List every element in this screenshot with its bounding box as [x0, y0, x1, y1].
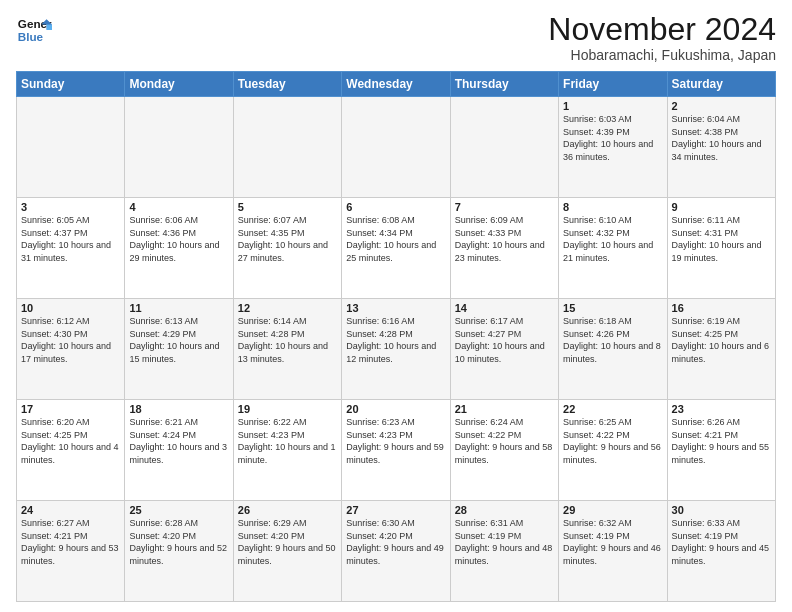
day-cell: 12Sunrise: 6:14 AM Sunset: 4:28 PM Dayli… — [233, 299, 341, 400]
day-info: Sunrise: 6:21 AM Sunset: 4:24 PM Dayligh… — [129, 416, 228, 466]
day-cell: 2Sunrise: 6:04 AM Sunset: 4:38 PM Daylig… — [667, 97, 775, 198]
day-number: 1 — [563, 100, 662, 112]
day-info: Sunrise: 6:32 AM Sunset: 4:19 PM Dayligh… — [563, 517, 662, 567]
day-info: Sunrise: 6:14 AM Sunset: 4:28 PM Dayligh… — [238, 315, 337, 365]
day-cell: 26Sunrise: 6:29 AM Sunset: 4:20 PM Dayli… — [233, 501, 341, 602]
col-header-wednesday: Wednesday — [342, 72, 450, 97]
day-cell: 6Sunrise: 6:08 AM Sunset: 4:34 PM Daylig… — [342, 198, 450, 299]
day-cell: 22Sunrise: 6:25 AM Sunset: 4:22 PM Dayli… — [559, 400, 667, 501]
col-header-thursday: Thursday — [450, 72, 558, 97]
col-header-saturday: Saturday — [667, 72, 775, 97]
day-info: Sunrise: 6:09 AM Sunset: 4:33 PM Dayligh… — [455, 214, 554, 264]
day-info: Sunrise: 6:24 AM Sunset: 4:22 PM Dayligh… — [455, 416, 554, 466]
day-number: 6 — [346, 201, 445, 213]
calendar-header-row: SundayMondayTuesdayWednesdayThursdayFrid… — [17, 72, 776, 97]
day-info: Sunrise: 6:11 AM Sunset: 4:31 PM Dayligh… — [672, 214, 771, 264]
col-header-friday: Friday — [559, 72, 667, 97]
title-block: November 2024 Hobaramachi, Fukushima, Ja… — [548, 12, 776, 63]
day-cell: 7Sunrise: 6:09 AM Sunset: 4:33 PM Daylig… — [450, 198, 558, 299]
day-number: 24 — [21, 504, 120, 516]
day-cell: 15Sunrise: 6:18 AM Sunset: 4:26 PM Dayli… — [559, 299, 667, 400]
day-cell — [450, 97, 558, 198]
day-cell: 4Sunrise: 6:06 AM Sunset: 4:36 PM Daylig… — [125, 198, 233, 299]
day-cell: 19Sunrise: 6:22 AM Sunset: 4:23 PM Dayli… — [233, 400, 341, 501]
day-number: 22 — [563, 403, 662, 415]
day-number: 26 — [238, 504, 337, 516]
day-cell: 5Sunrise: 6:07 AM Sunset: 4:35 PM Daylig… — [233, 198, 341, 299]
day-number: 29 — [563, 504, 662, 516]
day-info: Sunrise: 6:12 AM Sunset: 4:30 PM Dayligh… — [21, 315, 120, 365]
day-number: 27 — [346, 504, 445, 516]
day-info: Sunrise: 6:03 AM Sunset: 4:39 PM Dayligh… — [563, 113, 662, 163]
day-cell: 29Sunrise: 6:32 AM Sunset: 4:19 PM Dayli… — [559, 501, 667, 602]
day-cell: 14Sunrise: 6:17 AM Sunset: 4:27 PM Dayli… — [450, 299, 558, 400]
day-cell: 20Sunrise: 6:23 AM Sunset: 4:23 PM Dayli… — [342, 400, 450, 501]
day-number: 30 — [672, 504, 771, 516]
day-info: Sunrise: 6:17 AM Sunset: 4:27 PM Dayligh… — [455, 315, 554, 365]
month-title: November 2024 — [548, 12, 776, 47]
day-cell — [342, 97, 450, 198]
day-info: Sunrise: 6:13 AM Sunset: 4:29 PM Dayligh… — [129, 315, 228, 365]
day-number: 23 — [672, 403, 771, 415]
day-number: 7 — [455, 201, 554, 213]
day-cell — [233, 97, 341, 198]
day-info: Sunrise: 6:05 AM Sunset: 4:37 PM Dayligh… — [21, 214, 120, 264]
day-cell: 21Sunrise: 6:24 AM Sunset: 4:22 PM Dayli… — [450, 400, 558, 501]
week-row-2: 3Sunrise: 6:05 AM Sunset: 4:37 PM Daylig… — [17, 198, 776, 299]
day-info: Sunrise: 6:28 AM Sunset: 4:20 PM Dayligh… — [129, 517, 228, 567]
day-number: 19 — [238, 403, 337, 415]
day-info: Sunrise: 6:19 AM Sunset: 4:25 PM Dayligh… — [672, 315, 771, 365]
day-number: 3 — [21, 201, 120, 213]
day-cell: 30Sunrise: 6:33 AM Sunset: 4:19 PM Dayli… — [667, 501, 775, 602]
calendar-page: General Blue November 2024 Hobaramachi, … — [0, 0, 792, 612]
day-info: Sunrise: 6:23 AM Sunset: 4:23 PM Dayligh… — [346, 416, 445, 466]
day-cell: 24Sunrise: 6:27 AM Sunset: 4:21 PM Dayli… — [17, 501, 125, 602]
day-number: 20 — [346, 403, 445, 415]
col-header-tuesday: Tuesday — [233, 72, 341, 97]
day-cell: 13Sunrise: 6:16 AM Sunset: 4:28 PM Dayli… — [342, 299, 450, 400]
location: Hobaramachi, Fukushima, Japan — [548, 47, 776, 63]
day-number: 12 — [238, 302, 337, 314]
day-number: 4 — [129, 201, 228, 213]
day-info: Sunrise: 6:16 AM Sunset: 4:28 PM Dayligh… — [346, 315, 445, 365]
day-info: Sunrise: 6:29 AM Sunset: 4:20 PM Dayligh… — [238, 517, 337, 567]
day-cell: 11Sunrise: 6:13 AM Sunset: 4:29 PM Dayli… — [125, 299, 233, 400]
day-info: Sunrise: 6:22 AM Sunset: 4:23 PM Dayligh… — [238, 416, 337, 466]
day-info: Sunrise: 6:27 AM Sunset: 4:21 PM Dayligh… — [21, 517, 120, 567]
day-number: 8 — [563, 201, 662, 213]
day-cell: 1Sunrise: 6:03 AM Sunset: 4:39 PM Daylig… — [559, 97, 667, 198]
day-info: Sunrise: 6:33 AM Sunset: 4:19 PM Dayligh… — [672, 517, 771, 567]
day-number: 14 — [455, 302, 554, 314]
day-cell: 18Sunrise: 6:21 AM Sunset: 4:24 PM Dayli… — [125, 400, 233, 501]
day-info: Sunrise: 6:06 AM Sunset: 4:36 PM Dayligh… — [129, 214, 228, 264]
day-number: 25 — [129, 504, 228, 516]
col-header-sunday: Sunday — [17, 72, 125, 97]
day-info: Sunrise: 6:08 AM Sunset: 4:34 PM Dayligh… — [346, 214, 445, 264]
week-row-5: 24Sunrise: 6:27 AM Sunset: 4:21 PM Dayli… — [17, 501, 776, 602]
day-number: 11 — [129, 302, 228, 314]
day-number: 15 — [563, 302, 662, 314]
col-header-monday: Monday — [125, 72, 233, 97]
day-cell: 27Sunrise: 6:30 AM Sunset: 4:20 PM Dayli… — [342, 501, 450, 602]
day-cell: 3Sunrise: 6:05 AM Sunset: 4:37 PM Daylig… — [17, 198, 125, 299]
day-info: Sunrise: 6:07 AM Sunset: 4:35 PM Dayligh… — [238, 214, 337, 264]
day-cell: 28Sunrise: 6:31 AM Sunset: 4:19 PM Dayli… — [450, 501, 558, 602]
day-cell — [125, 97, 233, 198]
day-cell: 9Sunrise: 6:11 AM Sunset: 4:31 PM Daylig… — [667, 198, 775, 299]
day-cell: 10Sunrise: 6:12 AM Sunset: 4:30 PM Dayli… — [17, 299, 125, 400]
day-info: Sunrise: 6:18 AM Sunset: 4:26 PM Dayligh… — [563, 315, 662, 365]
week-row-1: 1Sunrise: 6:03 AM Sunset: 4:39 PM Daylig… — [17, 97, 776, 198]
day-cell: 16Sunrise: 6:19 AM Sunset: 4:25 PM Dayli… — [667, 299, 775, 400]
day-cell: 23Sunrise: 6:26 AM Sunset: 4:21 PM Dayli… — [667, 400, 775, 501]
logo-icon: General Blue — [16, 12, 52, 48]
logo: General Blue — [16, 12, 52, 48]
day-number: 21 — [455, 403, 554, 415]
day-info: Sunrise: 6:26 AM Sunset: 4:21 PM Dayligh… — [672, 416, 771, 466]
day-cell — [17, 97, 125, 198]
day-cell: 25Sunrise: 6:28 AM Sunset: 4:20 PM Dayli… — [125, 501, 233, 602]
day-number: 18 — [129, 403, 228, 415]
day-cell: 17Sunrise: 6:20 AM Sunset: 4:25 PM Dayli… — [17, 400, 125, 501]
day-number: 28 — [455, 504, 554, 516]
day-cell: 8Sunrise: 6:10 AM Sunset: 4:32 PM Daylig… — [559, 198, 667, 299]
day-number: 2 — [672, 100, 771, 112]
